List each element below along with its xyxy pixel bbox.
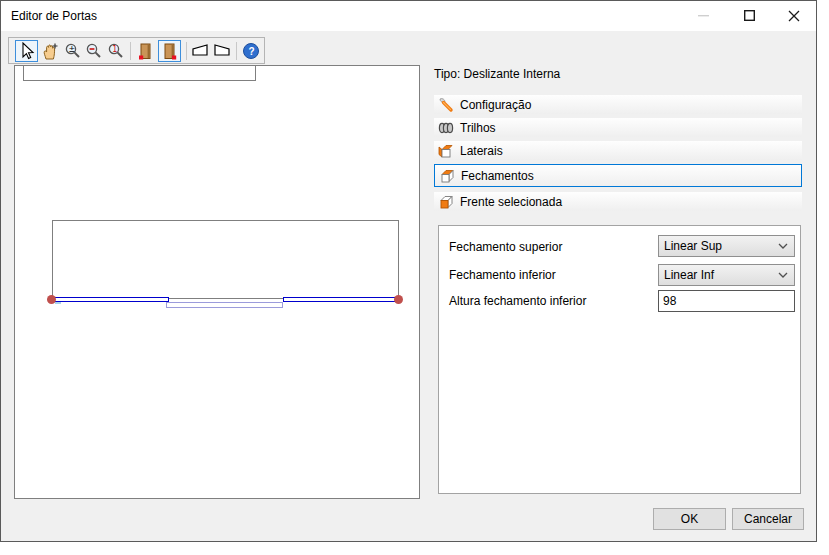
box-top-icon <box>439 168 455 184</box>
hand-icon <box>41 42 60 61</box>
skew-left-icon <box>191 43 209 60</box>
select-tool-button[interactable] <box>15 40 38 62</box>
skew-right-icon <box>213 43 231 60</box>
accordion-item-label: Fechamentos <box>461 169 534 183</box>
drawing-toolbar: ± 1 <box>8 37 265 64</box>
skew-left-tool-button[interactable] <box>190 40 209 62</box>
magnifier-plus-minus-icon: ± <box>64 42 82 60</box>
toolbar-separator <box>130 42 131 60</box>
accordion-item-label: Configuração <box>460 98 531 112</box>
help-icon: ? <box>242 42 260 60</box>
accordion-item-label: Trilhos <box>460 121 496 135</box>
window-title: Editor de Portas <box>11 9 97 23</box>
door-open-tool-button[interactable] <box>135 40 155 62</box>
minimize-icon <box>698 10 709 21</box>
skew-right-tool-button[interactable] <box>212 40 231 62</box>
inactive-closure-bar[interactable] <box>166 302 283 308</box>
ok-button[interactable]: OK <box>653 508 726 530</box>
close-button[interactable] <box>771 1 816 30</box>
left-handle-dot[interactable] <box>47 295 56 304</box>
accordion-item-frente-selecionada[interactable]: Frente selecionada <box>434 192 802 211</box>
magnifier-one-icon: 1 <box>107 42 125 60</box>
zoom-actual-tool-button[interactable]: 1 <box>107 40 125 62</box>
box-side-icon <box>438 143 454 159</box>
fechamentos-settings-panel: Fechamento superior Linear Sup Fechament… <box>438 225 801 494</box>
accordion-item-trilhos[interactable]: Trilhos <box>434 118 802 137</box>
minimize-button[interactable] <box>680 1 726 30</box>
zoom-tool-button[interactable]: ± <box>63 40 82 62</box>
accordion-item-configuracao[interactable]: Configuração <box>434 95 802 114</box>
screenshot-root: Editor de Portas <box>0 0 829 555</box>
selected-closure-left-bar[interactable] <box>50 297 169 302</box>
accordion-item-label: Laterais <box>460 144 503 158</box>
close-icon <box>788 10 800 22</box>
toolbar-separator <box>186 42 187 60</box>
chevron-down-icon <box>778 243 788 249</box>
door-drawing-canvas[interactable] <box>14 65 420 499</box>
magnifier-minus-icon <box>85 42 103 60</box>
svg-text:1: 1 <box>112 45 117 54</box>
accordion-item-fechamentos[interactable]: Fechamentos <box>434 164 802 187</box>
door-body-rect <box>52 220 399 299</box>
door-closed-icon <box>161 42 179 61</box>
fechamento-superior-dropdown[interactable]: Linear Sup <box>658 235 795 257</box>
cursor-arrow-icon <box>18 42 35 60</box>
maximize-button[interactable] <box>726 1 772 30</box>
editor-de-portas-dialog: Editor de Portas <box>0 0 817 542</box>
right-handle-dot[interactable] <box>394 295 403 304</box>
selected-closure-right-bar[interactable] <box>283 297 398 302</box>
fechamento-superior-label: Fechamento superior <box>449 240 562 254</box>
maximize-icon <box>744 10 755 21</box>
zoom-out-tool-button[interactable] <box>85 40 103 62</box>
top-rail-rect <box>23 65 256 81</box>
pan-tool-button[interactable] <box>40 40 61 62</box>
fechamento-inferior-label: Fechamento inferior <box>449 268 556 282</box>
chevron-down-icon <box>778 272 788 278</box>
fechamento-superior-value: Linear Sup <box>664 239 722 253</box>
wrench-icon <box>438 97 454 113</box>
door-open-icon <box>136 42 154 61</box>
toolbar-separator <box>236 42 237 60</box>
fechamento-inferior-value: Linear Inf <box>664 268 714 282</box>
accordion-item-laterais[interactable]: Laterais <box>434 141 802 160</box>
help-button[interactable]: ? <box>241 40 261 62</box>
fechamento-inferior-dropdown[interactable]: Linear Inf <box>658 264 795 286</box>
cancel-button[interactable]: Cancelar <box>732 508 804 530</box>
accordion-item-label: Frente selecionada <box>460 195 562 209</box>
svg-text:?: ? <box>248 46 254 57</box>
altura-fechamento-inferior-input[interactable] <box>658 290 795 312</box>
door-closed-tool-button[interactable] <box>158 40 181 62</box>
box-front-icon <box>438 194 454 210</box>
door-type-label: Tipo: Deslizante Interna <box>434 67 560 81</box>
altura-fechamento-inferior-label: Altura fechamento inferior <box>449 294 586 308</box>
rails-coil-icon <box>438 120 454 136</box>
svg-text:±: ± <box>68 45 75 54</box>
title-bar: Editor de Portas <box>1 1 816 31</box>
